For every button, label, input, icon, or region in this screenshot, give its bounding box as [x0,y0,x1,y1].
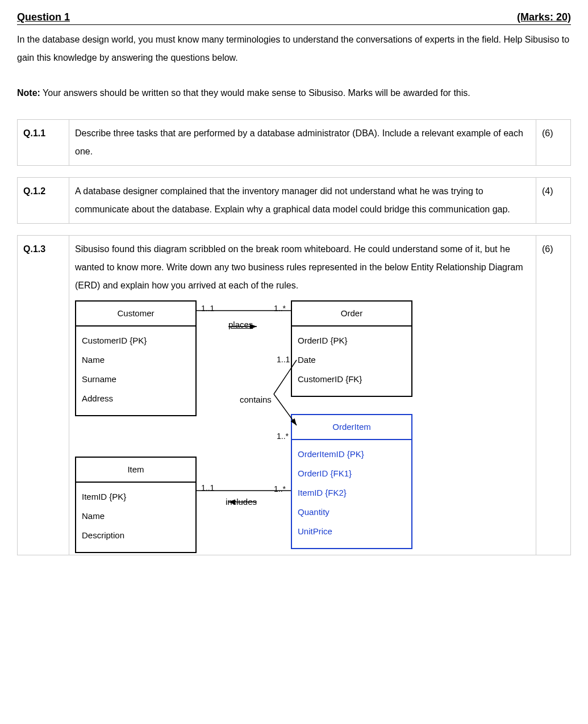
entity-customer: Customer CustomerID {PK} Name Surname Ad… [75,300,197,416]
note-label: Note: [17,88,40,98]
question-1-1: Q.1.1 Describe three tasks that are perf… [17,119,571,166]
qtext: A database designer complained that the … [69,178,536,224]
entity-attr: Name [82,508,190,525]
entity-attr: CustomerID {PK} [82,332,190,349]
erd-diagram: Customer CustomerID {PK} Name Surname Ad… [75,300,473,550]
question-header: Question 1 (Marks: 20) [17,11,571,25]
qnum: Q.1.1 [18,120,69,166]
rel-places-label: places [228,316,253,333]
qmarks: (6) [536,120,571,166]
qtext-body: Sibusiso found this diagram scribbled on… [75,240,530,295]
question-title: Question 1 [17,11,70,23]
rel-includes-right-card: 1..* [274,481,286,497]
rel-includes-label: includes [226,493,257,510]
question-marks: (Marks: 20) [517,11,571,23]
entity-order-title: Order [292,302,411,327]
entity-attr: OrderID {FK1} [298,465,406,482]
entity-orderitem: OrderItem OrderItemID {PK} OrderID {FK1}… [291,414,412,549]
qnum: Q.1.2 [18,178,69,224]
rel-places-left-card: 1..1 [201,300,214,316]
intro-text: In the database design world, you must k… [17,31,571,67]
entity-attr: ItemID {FK2} [298,484,406,501]
qmarks: (6) [536,236,571,555]
qtext: Describe three tasks that are performed … [69,120,536,166]
entity-attr: ItemID {PK} [82,488,190,505]
entity-attr: Quantity [298,504,406,521]
entity-attr: Name [82,351,190,369]
rel-contains-top-card: 1..1 [277,351,290,367]
note-text: Note: Your answers should be written so … [17,84,571,102]
entity-item-title: Item [76,458,195,483]
qmarks: (4) [536,178,571,224]
rel-contains-label: contains [240,391,272,408]
rel-places-right-card: 1..* [274,300,286,316]
entity-orderitem-title: OrderItem [292,415,411,440]
qtext: Sibusiso found this diagram scribbled on… [69,236,536,555]
entity-attr: CustomerID {FK} [298,371,406,388]
entity-order: Order OrderID {PK} Date CustomerID {FK} [291,300,412,397]
entity-attr: OrderID {PK} [298,332,406,349]
entity-item: Item ItemID {PK} Name Description [75,457,197,553]
note-body: Your answers should be written so that t… [40,88,470,98]
entity-attr: OrderItemID {PK} [298,446,406,463]
question-1-3: Q.1.3 Sibusiso found this diagram scribb… [17,235,571,555]
entity-attr: Surname [82,371,190,388]
entity-customer-title: Customer [76,302,195,327]
qnum: Q.1.3 [18,236,69,555]
rel-contains-bottom-card: 1..* [277,428,289,444]
entity-attr: Date [298,351,406,369]
rel-includes-left-card: 1..1 [201,480,214,496]
entity-attr: Description [82,527,190,544]
entity-attr: UnitPrice [298,523,406,540]
question-1-2: Q.1.2 A database designer complained tha… [17,177,571,224]
entity-attr: Address [82,390,190,407]
